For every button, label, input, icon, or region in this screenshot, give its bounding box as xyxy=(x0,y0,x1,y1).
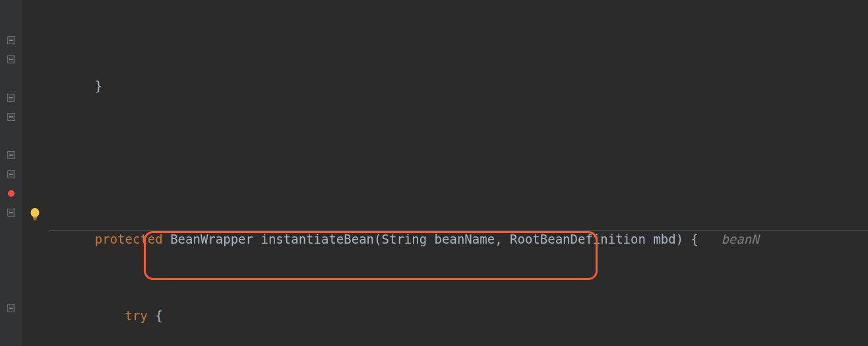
code-line[interactable]: } xyxy=(49,77,868,96)
code-line[interactable]: try { xyxy=(49,306,868,326)
fold-minus-icon[interactable] xyxy=(0,298,22,318)
code-text: } xyxy=(65,79,102,93)
code-editor[interactable]: } protected BeanWrapper instantiateBean(… xyxy=(0,0,868,346)
code-text: protected BeanWrapper instantiateBean(St… xyxy=(65,232,759,246)
svg-point-12 xyxy=(8,190,15,197)
bulb-gutter xyxy=(22,0,49,346)
fold-minus-icon[interactable] xyxy=(0,88,22,107)
bulb-icon[interactable] xyxy=(29,207,41,222)
fold-minus-icon[interactable] xyxy=(0,164,22,184)
fold-minus-icon[interactable] xyxy=(0,30,22,50)
fold-plus-icon[interactable] xyxy=(0,203,22,222)
code-line[interactable]: protected BeanWrapper instantiateBean(St… xyxy=(49,230,868,249)
svg-point-17 xyxy=(31,208,40,217)
svg-rect-19 xyxy=(34,219,37,221)
code-text: try { xyxy=(65,308,163,323)
fold-minus-icon[interactable] xyxy=(0,107,22,126)
svg-rect-18 xyxy=(33,217,37,219)
breakpoint-dot[interactable] xyxy=(0,184,22,203)
fold-minus-icon[interactable] xyxy=(0,50,22,69)
code-line[interactable] xyxy=(49,153,868,172)
gutter[interactable] xyxy=(0,0,22,346)
code-area[interactable]: } protected BeanWrapper instantiateBean(… xyxy=(49,0,868,346)
fold-plus-icon[interactable] xyxy=(0,145,22,164)
